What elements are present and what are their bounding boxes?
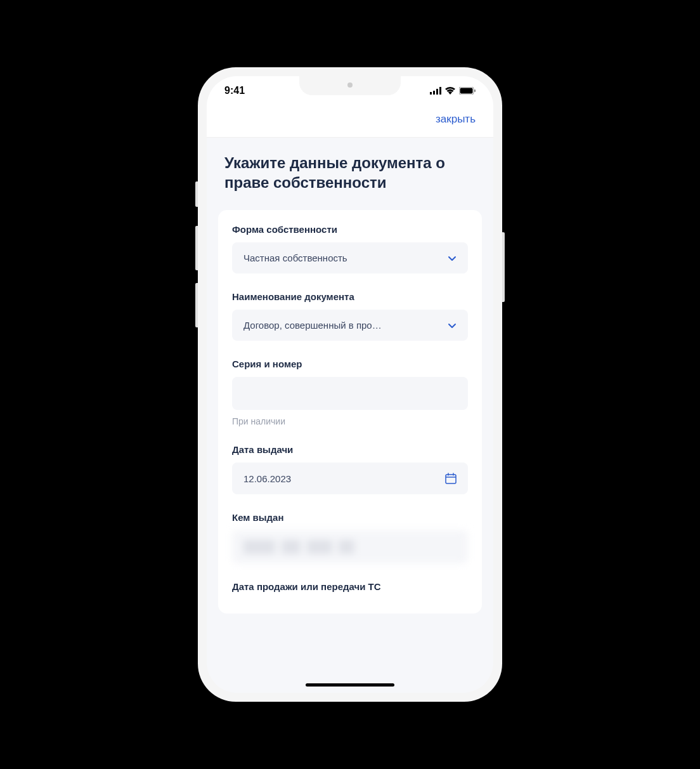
ownership-type-group: Форма собственности Частная собственност… — [232, 224, 468, 273]
svg-rect-1 — [433, 91, 435, 95]
sale-date-group: Дата продажи или передачи ТС — [232, 581, 468, 592]
cellular-icon — [430, 87, 441, 95]
issued-by-group: Кем выдан — [232, 512, 468, 563]
volume-down-button — [195, 283, 198, 327]
ownership-type-value: Частная собственность — [243, 253, 440, 263]
issue-date-input[interactable]: 12.06.2023 — [232, 463, 468, 494]
phone-frame: 9:41 закрыть Укажите данные документа о … — [198, 67, 502, 702]
ownership-type-select[interactable]: Частная собственность — [232, 242, 468, 273]
home-indicator — [306, 683, 394, 687]
battery-icon — [459, 87, 476, 95]
volume-up-button — [195, 226, 198, 270]
issue-date-label: Дата выдачи — [232, 444, 468, 455]
document-name-group: Наименование документа Договор, совершен… — [232, 291, 468, 341]
document-name-value: Договор, совершенный в про… — [243, 320, 440, 331]
header: закрыть — [207, 102, 493, 138]
status-icons — [430, 87, 476, 95]
issue-date-group: Дата выдачи 12.06.2023 — [232, 444, 468, 494]
page-title: Укажите данные документа о праве собстве… — [207, 138, 493, 210]
chevron-down-icon — [448, 254, 457, 263]
issued-by-input-blurred[interactable] — [232, 530, 468, 563]
close-button[interactable]: закрыть — [436, 113, 476, 126]
ownership-type-label: Форма собственности — [232, 224, 468, 235]
svg-rect-6 — [474, 89, 476, 92]
document-name-label: Наименование документа — [232, 291, 468, 302]
mute-switch — [195, 181, 198, 207]
series-number-label: Серия и номер — [232, 358, 468, 369]
status-time: 9:41 — [224, 85, 245, 96]
phone-screen: 9:41 закрыть Укажите данные документа о … — [207, 76, 493, 693]
notch — [299, 76, 401, 95]
issued-by-label: Кем выдан — [232, 512, 468, 523]
svg-rect-2 — [436, 89, 438, 95]
issue-date-value: 12.06.2023 — [243, 473, 291, 484]
power-button — [502, 232, 505, 302]
series-number-input[interactable] — [232, 377, 468, 410]
svg-rect-0 — [430, 92, 432, 95]
document-name-select[interactable]: Договор, совершенный в про… — [232, 310, 468, 341]
wifi-icon — [445, 87, 455, 95]
series-number-hint: При наличии — [232, 416, 468, 426]
calendar-icon — [445, 473, 457, 484]
content-area: закрыть Укажите данные документа о праве… — [207, 102, 493, 692]
sale-date-label: Дата продажи или передачи ТС — [232, 581, 468, 592]
series-number-group: Серия и номер При наличии — [232, 358, 468, 426]
svg-rect-3 — [439, 87, 441, 95]
chevron-down-icon — [448, 321, 457, 330]
form-card: Форма собственности Частная собственност… — [218, 210, 482, 614]
svg-rect-7 — [446, 475, 456, 483]
svg-rect-5 — [460, 88, 473, 94]
